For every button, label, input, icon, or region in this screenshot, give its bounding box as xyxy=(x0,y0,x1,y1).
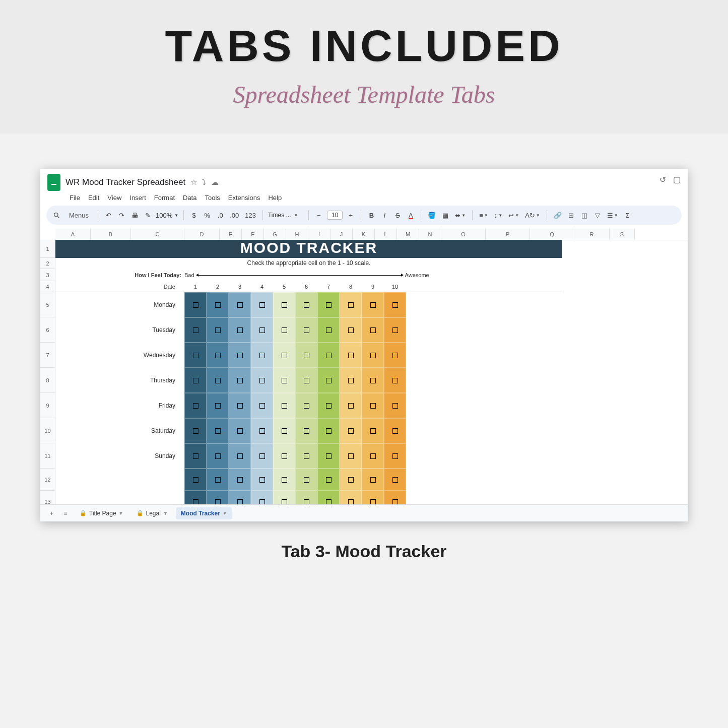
checkbox-icon[interactable] xyxy=(348,327,354,333)
checkbox-icon[interactable] xyxy=(259,428,265,434)
checkbox-icon[interactable] xyxy=(370,353,376,358)
mood-cell[interactable] xyxy=(384,343,406,368)
mood-cell[interactable] xyxy=(340,469,362,491)
checkbox-icon[interactable] xyxy=(392,353,398,358)
document-title[interactable]: WR Mood Tracker Spreadsheet xyxy=(65,177,185,187)
filter-button[interactable]: ▽ xyxy=(592,209,603,221)
checkbox-icon[interactable] xyxy=(348,499,354,505)
checkbox-icon[interactable] xyxy=(282,403,287,409)
checkbox-icon[interactable] xyxy=(392,477,398,483)
mood-cell[interactable] xyxy=(184,368,207,393)
mood-cell[interactable] xyxy=(207,443,229,469)
mood-cell[interactable] xyxy=(340,343,362,368)
col-header-H[interactable]: H xyxy=(286,229,308,240)
checkbox-icon[interactable] xyxy=(215,499,221,505)
functions-button[interactable]: Σ xyxy=(623,209,633,221)
checkbox-icon[interactable] xyxy=(392,428,398,434)
merge-button[interactable]: ⬌▼ xyxy=(453,209,467,221)
checkbox-icon[interactable] xyxy=(193,499,198,505)
checkbox-icon[interactable] xyxy=(282,327,287,333)
checkbox-icon[interactable] xyxy=(282,499,287,505)
col-header-L[interactable]: L xyxy=(375,229,397,240)
wrap-button[interactable]: ↩▼ xyxy=(507,209,520,221)
print-button[interactable]: 🖶 xyxy=(129,209,140,221)
col-header-B[interactable]: B xyxy=(91,229,131,240)
mood-cell[interactable] xyxy=(229,343,251,368)
checkbox-icon[interactable] xyxy=(304,428,309,434)
font-size-minus[interactable]: − xyxy=(314,209,324,221)
mood-cell[interactable] xyxy=(273,418,295,443)
checkbox-icon[interactable] xyxy=(193,428,198,434)
menu-extensions[interactable]: Extensions xyxy=(228,194,260,202)
row-header-2[interactable]: 2 xyxy=(40,258,55,269)
checkbox-icon[interactable] xyxy=(348,302,354,308)
menu-data[interactable]: Data xyxy=(183,194,196,202)
mood-cell[interactable] xyxy=(340,443,362,469)
col-header-R[interactable]: R xyxy=(574,229,610,240)
checkbox-icon[interactable] xyxy=(237,403,243,409)
checkbox-icon[interactable] xyxy=(304,499,309,505)
checkbox-icon[interactable] xyxy=(392,403,398,409)
mood-cell[interactable] xyxy=(340,292,362,317)
mood-cell[interactable] xyxy=(362,343,384,368)
mood-cell[interactable] xyxy=(251,393,273,418)
sheet-tab-title-page[interactable]: 🔒Title Page▼ xyxy=(75,507,128,519)
checkbox-icon[interactable] xyxy=(193,453,198,459)
mood-cell[interactable] xyxy=(273,343,295,368)
row-header-5[interactable]: 5 xyxy=(40,292,55,317)
checkbox-icon[interactable] xyxy=(259,353,265,358)
checkbox-icon[interactable] xyxy=(392,378,398,383)
checkbox-icon[interactable] xyxy=(215,302,221,308)
mood-cell[interactable] xyxy=(207,292,229,317)
row-header-3[interactable]: 3 xyxy=(40,269,55,281)
col-header-S[interactable]: S xyxy=(610,229,635,240)
sheet-tab-legal[interactable]: 🔒Legal▼ xyxy=(131,507,173,519)
col-header-I[interactable]: I xyxy=(308,229,330,240)
checkbox-icon[interactable] xyxy=(282,353,287,358)
mood-cell[interactable] xyxy=(207,393,229,418)
mood-cell[interactable] xyxy=(184,317,207,343)
mood-cell[interactable] xyxy=(207,418,229,443)
italic-button[interactable]: I xyxy=(379,209,389,221)
checkbox-icon[interactable] xyxy=(326,428,332,434)
checkbox-icon[interactable] xyxy=(237,499,243,505)
mood-cell[interactable] xyxy=(384,368,406,393)
checkbox-icon[interactable] xyxy=(392,499,398,505)
mood-cell[interactable] xyxy=(295,418,317,443)
mood-cell[interactable] xyxy=(362,393,384,418)
col-header-F[interactable]: F xyxy=(242,229,264,240)
mood-cell[interactable] xyxy=(207,469,229,491)
chevron-down-icon[interactable]: ▼ xyxy=(163,511,168,516)
paint-format-button[interactable]: ✎ xyxy=(143,209,153,221)
mood-cell[interactable] xyxy=(362,469,384,491)
fill-color-button[interactable]: 🪣 xyxy=(426,209,437,221)
checkbox-icon[interactable] xyxy=(370,302,376,308)
col-header-E[interactable]: E xyxy=(220,229,242,240)
mood-cell[interactable] xyxy=(384,418,406,443)
redo-button[interactable]: ↷ xyxy=(116,209,126,221)
row-header-6[interactable]: 6 xyxy=(40,317,55,343)
search-menus[interactable]: Menus xyxy=(65,210,93,221)
mood-cell[interactable] xyxy=(229,469,251,491)
checkbox-icon[interactable] xyxy=(215,477,221,483)
checkbox-icon[interactable] xyxy=(392,302,398,308)
mood-cell[interactable] xyxy=(317,443,340,469)
col-header-M[interactable]: M xyxy=(397,229,419,240)
menu-view[interactable]: View xyxy=(107,194,121,202)
checkbox-icon[interactable] xyxy=(326,499,332,505)
checkbox-icon[interactable] xyxy=(392,453,398,459)
mood-cell[interactable] xyxy=(251,317,273,343)
checkbox-icon[interactable] xyxy=(326,302,332,308)
mood-cell[interactable] xyxy=(184,443,207,469)
checkbox-icon[interactable] xyxy=(237,477,243,483)
chart-button[interactable]: ◫ xyxy=(579,209,589,221)
checkbox-icon[interactable] xyxy=(193,353,198,358)
checkbox-icon[interactable] xyxy=(326,327,332,333)
checkbox-icon[interactable] xyxy=(215,353,221,358)
add-sheet-button[interactable]: + xyxy=(46,507,56,519)
mood-cell[interactable] xyxy=(251,368,273,393)
col-header-A[interactable]: A xyxy=(55,229,91,240)
undo-button[interactable]: ↶ xyxy=(103,209,113,221)
mood-cell[interactable] xyxy=(362,418,384,443)
mood-cell[interactable] xyxy=(340,393,362,418)
